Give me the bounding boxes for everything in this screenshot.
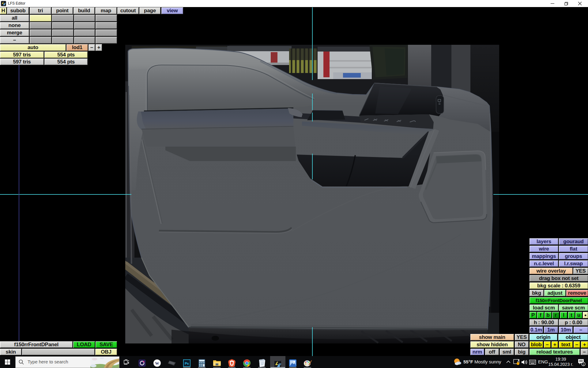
svg-text:W: W bbox=[155, 361, 159, 366]
svg-text:Ps: Ps bbox=[185, 362, 189, 365]
svg-text:2: 2 bbox=[582, 363, 584, 366]
